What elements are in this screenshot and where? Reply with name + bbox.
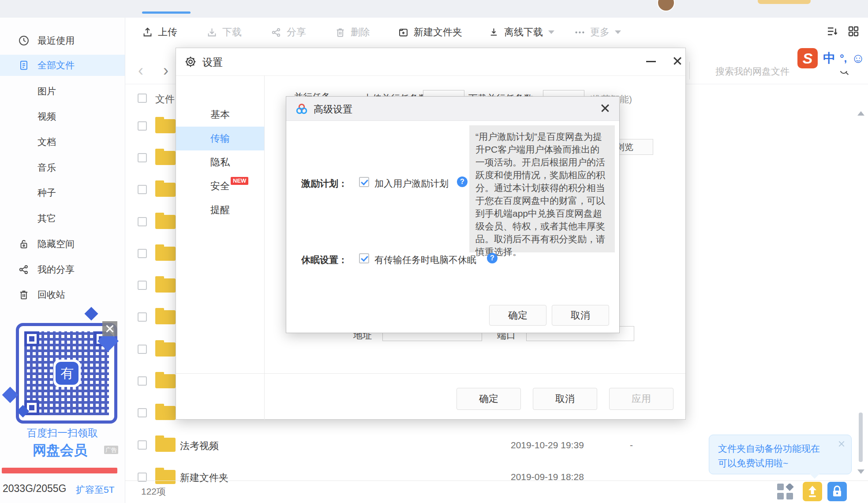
ime-punct[interactable]: °, [840,52,847,64]
scroll-down-arrow[interactable] [857,469,864,474]
incentive-label: 激励计划： [301,177,348,190]
grid-view-button[interactable] [847,25,860,40]
sidebar-item-pictures[interactable]: 图片 [0,81,125,102]
tab-security[interactable]: 安全 NEW [176,174,264,198]
toast-line1: 文件夹自动备份功能现在 [718,441,842,456]
list-view-button[interactable] [826,25,839,40]
sleep-label: 休眠设置： [301,254,348,266]
folder-icon [155,183,176,197]
incentive-checkbox[interactable] [359,177,369,187]
tab-security-label: 安全 [210,180,230,191]
netdisk-logo-icon [295,102,308,117]
folder-icon [155,374,176,388]
auto-backup-icon[interactable] [803,482,822,501]
help-icon[interactable] [457,176,468,187]
sidebar-item-all-files[interactable]: 全部文件 [0,55,125,76]
file-name[interactable]: 法考视频 [180,439,219,453]
sidebar-item-torrents[interactable]: 种子 [0,182,125,203]
qr-finder [24,331,39,346]
row-checkbox[interactable] [138,345,147,354]
row-checkbox[interactable] [138,281,147,290]
tab-privacy[interactable]: 隐私 [176,150,264,174]
row-checkbox[interactable] [138,440,147,450]
row-checkbox[interactable] [138,312,147,322]
tab-reminder[interactable]: 提醒 [176,198,264,222]
sidebar-item-label: 图片 [37,85,56,98]
share-icon [18,263,30,276]
upload-button[interactable]: 上传 [142,24,177,41]
advanced-settings-dialog: 高级设置 激励计划： 加入用户激励计划 “用户激励计划”是百度网盘为提升PC客户… [286,96,620,333]
upload-label: 上传 [158,26,177,39]
backup-grid-icon[interactable] [777,484,794,502]
row-checkbox[interactable] [138,185,147,194]
row-checkbox[interactable] [138,153,147,162]
scrollbar-thumb[interactable] [859,413,863,462]
help-icon[interactable] [487,253,498,263]
more-label: 更多 [590,26,610,39]
offline-download-label: 离线下载 [504,26,543,39]
tab-basic[interactable]: 基本 [176,103,264,127]
close-button[interactable] [670,53,685,68]
back-arrow[interactable]: ‹ [138,63,143,79]
folder-icon [155,151,176,165]
sidebar-item-recent[interactable]: 最近使用 [0,30,125,51]
toast-close-icon[interactable] [837,439,846,448]
row-checkbox[interactable] [138,217,147,226]
advanced-close-button[interactable] [600,103,610,113]
folder-icon [155,215,176,229]
share-button[interactable]: 分享 [270,24,306,41]
upgrade-storage-link[interactable]: 扩容至5T [76,484,115,496]
qr-ad-close-icon[interactable] [102,321,117,336]
sidebar-item-documents[interactable]: 文档 [0,131,125,153]
share-icon [270,26,282,38]
ime-emoji-icon[interactable]: ☺ [851,51,865,66]
offline-download-icon [488,26,500,38]
more-button[interactable]: 更多 [574,24,621,41]
sidebar-item-my-shares[interactable]: 我的分享 [0,259,125,280]
grid-icon [847,25,860,38]
row-checkbox[interactable] [138,249,147,258]
upload-icon [142,26,153,38]
offline-download-button[interactable]: 离线下载 [488,24,554,41]
chevron-down-icon [615,30,621,34]
advanced-ok-button[interactable]: 确定 [489,305,546,326]
sleep-checkbox-label: 有传输任务时电脑不休眠 [374,254,476,266]
file-column-header[interactable]: 文件 [155,93,175,106]
ime-bar[interactable]: S 中 °, ☺ [794,45,868,71]
sidebar-item-videos[interactable]: 视频 [0,106,125,127]
settings-cancel-button[interactable]: 取消 [533,388,597,410]
sleep-checkbox[interactable] [359,253,369,263]
minimize-button[interactable] [644,53,658,68]
select-all-checkbox[interactable] [138,94,147,103]
delete-button[interactable]: 删除 [334,24,370,41]
scroll-up-arrow[interactable] [857,111,864,116]
user-avatar[interactable] [657,0,675,11]
active-tab-indicator [142,11,191,14]
storage-usage-bar [2,468,117,473]
folder-icon [155,406,176,420]
tab-transfer[interactable]: 传输 [176,127,264,150]
settings-apply-button[interactable]: 应用 [609,388,673,410]
incentive-tooltip: “用户激励计划”是百度网盘为提升PC客户端用户体验而推出的一项活动。开启后根据用… [469,125,615,252]
sidebar-item-hidden-space[interactable]: 隐藏空间 [0,233,125,255]
advanced-cancel-button[interactable]: 取消 [552,305,609,326]
hidden-space-lock-icon[interactable] [827,482,847,501]
gear-icon [184,55,197,70]
file-name[interactable]: 新建文件夹 [180,471,228,484]
new-folder-button[interactable]: 新建文件夹 [397,24,462,41]
settings-ok-button[interactable]: 确定 [456,388,521,410]
sidebar-item-others[interactable]: 其它 [0,208,125,229]
ime-mode[interactable]: 中 [823,50,835,67]
more-dots-icon [574,26,586,38]
row-checkbox[interactable] [138,376,147,386]
sidebar-item-music[interactable]: 音乐 [0,157,125,178]
download-button[interactable]: 下载 [206,24,242,41]
sidebar-item-recycle-bin[interactable]: 回收站 [0,284,125,305]
row-checkbox[interactable] [138,408,147,417]
row-checkbox[interactable] [138,121,147,131]
vip-button[interactable] [758,0,811,4]
forward-arrow[interactable]: › [163,63,168,79]
baidu-netdisk-window: 最近使用 全部文件 图片 视频 文档 音乐 种子 其它 隐藏空间 我的分享 回收… [0,0,868,503]
sidebar-item-label: 其它 [37,212,56,225]
window-header [0,0,868,18]
